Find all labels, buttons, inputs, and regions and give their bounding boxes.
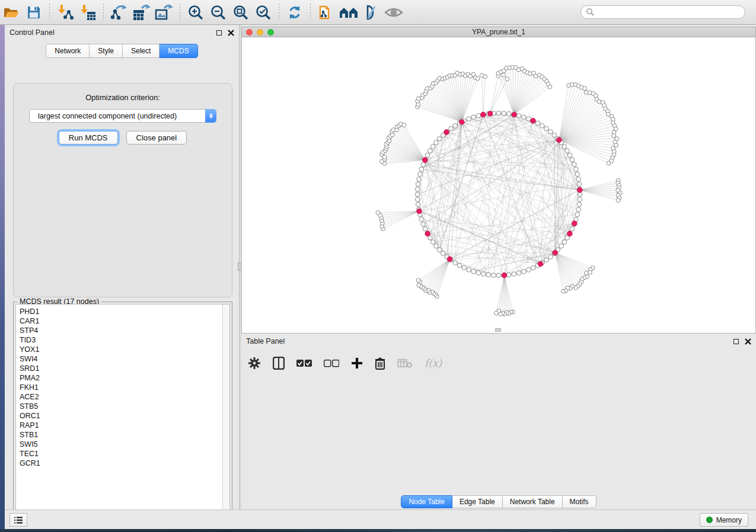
create-column-plus-icon[interactable]: [351, 357, 363, 369]
save-session-button[interactable]: [24, 2, 44, 23]
import-network-button[interactable]: [55, 2, 75, 23]
graph-ring-node[interactable]: [430, 240, 435, 245]
import-table-button[interactable]: [78, 2, 98, 23]
graph-ring-node[interactable]: [567, 153, 572, 158]
graph-satellite-node[interactable]: [416, 278, 420, 283]
graph-ring-node[interactable]: [562, 145, 567, 149]
graph-ring-node[interactable]: [437, 248, 442, 252]
graph-mcds-hub-node[interactable]: [425, 231, 430, 236]
graph-satellite-node[interactable]: [562, 289, 566, 293]
search-input[interactable]: [595, 8, 745, 17]
mcds-result-item[interactable]: SRD1: [20, 364, 229, 373]
graph-mcds-hub-node[interactable]: [578, 188, 583, 193]
table-tab-network-table[interactable]: Network Table: [503, 495, 563, 508]
graph-ring-node[interactable]: [578, 197, 582, 202]
close-panel-icon[interactable]: [745, 338, 751, 345]
graph-ring-node[interactable]: [576, 177, 581, 182]
graph-ring-node[interactable]: [430, 145, 435, 149]
refresh-button[interactable]: [285, 2, 305, 23]
mcds-result-item[interactable]: RAP1: [20, 421, 229, 430]
mcds-result-item[interactable]: PMA2: [20, 373, 229, 383]
graph-mcds-hub-node[interactable]: [460, 120, 465, 125]
network-canvas-handle[interactable]: [495, 328, 501, 332]
graph-mcds-hub-node[interactable]: [572, 221, 578, 226]
graph-ring-node[interactable]: [462, 265, 467, 270]
delete-column-trash-icon[interactable]: [375, 357, 385, 370]
graph-mcds-hub-node[interactable]: [512, 112, 517, 117]
mcds-result-item[interactable]: SWI4: [20, 354, 229, 364]
table-tab-node-table[interactable]: Node Table: [401, 495, 452, 508]
graph-ring-node[interactable]: [428, 149, 433, 153]
graph-ring-node[interactable]: [570, 158, 575, 162]
graph-ring-node[interactable]: [416, 182, 420, 187]
graph-satellite-node[interactable]: [612, 134, 616, 138]
mcds-result-item[interactable]: CAR1: [20, 316, 229, 326]
show-hide-eye-button[interactable]: [384, 2, 404, 23]
network-window-titlebar[interactable]: YPA_prune.txt_1: [241, 27, 756, 37]
zoom-in-button[interactable]: [186, 2, 206, 23]
close-panel-button[interactable]: Close panel: [126, 131, 187, 145]
graph-mcds-hub-node[interactable]: [444, 130, 449, 135]
graph-satellite-node[interactable]: [597, 100, 601, 104]
mcds-result-item[interactable]: STP4: [20, 326, 229, 335]
graph-ring-node[interactable]: [570, 227, 575, 232]
float-window-icon[interactable]: [733, 339, 739, 344]
graph-ring-node[interactable]: [548, 130, 553, 134]
graph-ring-node[interactable]: [506, 273, 511, 277]
graph-satellite-node[interactable]: [376, 211, 380, 215]
graph-ring-node[interactable]: [425, 153, 430, 158]
graph-ring-node[interactable]: [531, 265, 536, 270]
close-panel-icon[interactable]: [228, 30, 234, 36]
graph-mcds-hub-node[interactable]: [481, 112, 486, 117]
mcds-result-item[interactable]: SWI5: [20, 440, 229, 449]
tab-select[interactable]: Select: [123, 44, 160, 58]
graph-ring-node[interactable]: [575, 172, 580, 177]
graph-ring-node[interactable]: [486, 273, 491, 277]
graph-ring-node[interactable]: [453, 124, 458, 129]
graph-ring-node[interactable]: [421, 222, 426, 227]
graph-ring-node[interactable]: [419, 217, 424, 222]
graph-ring-node[interactable]: [522, 115, 527, 120]
graph-ring-node[interactable]: [572, 162, 577, 167]
graph-ring-node[interactable]: [453, 261, 458, 265]
table-settings-gear-icon[interactable]: [248, 357, 261, 370]
graph-ring-node[interactable]: [506, 111, 511, 116]
export-image-button[interactable]: [154, 2, 174, 23]
graph-mcds-hub-node[interactable]: [502, 273, 507, 278]
mcds-result-item[interactable]: TID3: [20, 335, 229, 345]
graph-mcds-hub-node[interactable]: [531, 118, 536, 124]
select-all-icon[interactable]: [296, 359, 312, 367]
graph-satellite-node[interactable]: [476, 76, 480, 81]
graph-satellite-node[interactable]: [548, 85, 552, 89]
graph-ring-node[interactable]: [516, 271, 521, 275]
graph-ring-node[interactable]: [416, 202, 420, 207]
graph-ring-node[interactable]: [575, 212, 580, 217]
graph-mcds-hub-node[interactable]: [447, 257, 452, 262]
tab-network[interactable]: Network: [46, 44, 90, 58]
run-mcds-button[interactable]: Run MCDS: [59, 131, 118, 145]
graph-mcds-hub-node[interactable]: [557, 137, 562, 143]
search-field[interactable]: [580, 5, 745, 19]
graph-ring-node[interactable]: [527, 268, 531, 273]
graph-ring-node[interactable]: [437, 136, 442, 141]
mcds-result-item[interactable]: YOX1: [20, 345, 229, 354]
graph-ring-node[interactable]: [535, 121, 540, 126]
deselect-all-icon[interactable]: [324, 359, 339, 367]
show-column-icon[interactable]: [273, 357, 285, 370]
graph-mcds-hub-node[interactable]: [417, 209, 422, 214]
graph-ring-node[interactable]: [548, 255, 553, 259]
graph-ring-node[interactable]: [502, 111, 506, 116]
graph-ring-node[interactable]: [496, 273, 501, 278]
graph-satellite-node[interactable]: [594, 94, 598, 98]
graph-ring-node[interactable]: [419, 167, 424, 172]
tab-mcds[interactable]: MCDS: [160, 44, 197, 58]
graph-mcds-hub-node[interactable]: [567, 231, 573, 236]
graph-ring-node[interactable]: [565, 149, 570, 153]
graph-satellite-node[interactable]: [534, 74, 538, 78]
export-network-button[interactable]: [109, 2, 129, 23]
graph-satellite-node[interactable]: [505, 77, 509, 81]
graph-ring-node[interactable]: [421, 162, 426, 167]
graph-ring-node[interactable]: [577, 182, 582, 187]
table-tab-edge-table[interactable]: Edge Table: [452, 495, 503, 508]
show-panels-menu-button[interactable]: [9, 513, 27, 527]
